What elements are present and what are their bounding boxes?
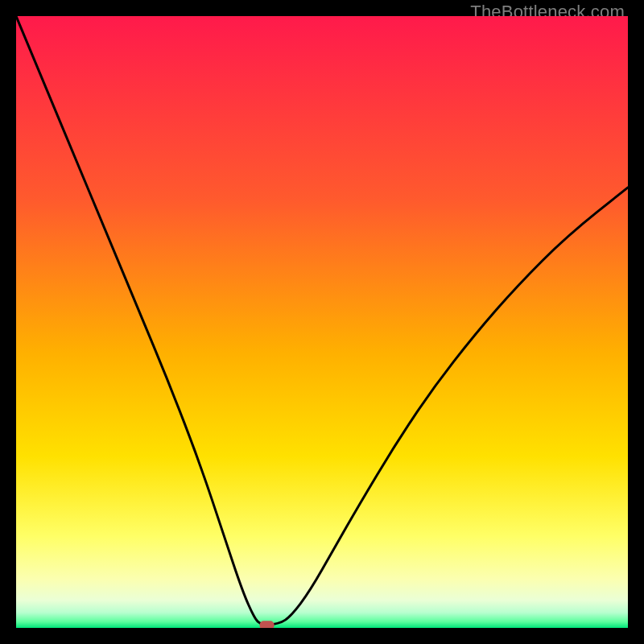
gradient-background: [16, 16, 628, 628]
chart-frame: [16, 16, 628, 628]
bottleneck-chart: [16, 16, 628, 628]
minimum-marker: [260, 621, 275, 628]
